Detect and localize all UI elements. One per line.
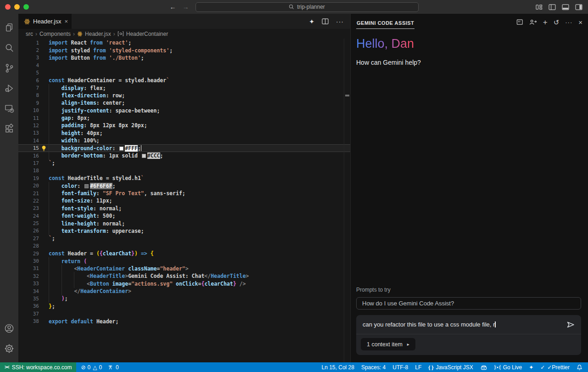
code-line[interactable]: 14 width: 100%; xyxy=(18,137,350,144)
cursor-position[interactable]: Ln 15, Col 28 xyxy=(322,364,354,371)
customize-layout-icon[interactable] xyxy=(536,4,543,10)
line-number[interactable]: 1 xyxy=(18,40,39,46)
line-number[interactable]: 23 xyxy=(18,205,39,211)
code-line[interactable]: 17`; xyxy=(18,159,350,167)
zoom-window-button[interactable] xyxy=(23,4,29,10)
code-line[interactable]: 9 align-items: center; xyxy=(18,99,350,107)
line-number[interactable]: 6 xyxy=(18,78,39,84)
line-number[interactable]: 24 xyxy=(18,213,39,219)
new-chat-icon[interactable]: + xyxy=(543,18,548,26)
code-line[interactable]: 8 flex-direction: row; xyxy=(18,92,350,99)
minimize-window-button[interactable] xyxy=(14,4,20,10)
line-number[interactable]: 26 xyxy=(18,228,39,234)
line-number[interactable]: 18 xyxy=(18,168,39,174)
breadcrumb-src[interactable]: src xyxy=(26,31,33,37)
lightbulb-icon[interactable] xyxy=(41,145,47,152)
copilot-status[interactable] xyxy=(480,364,487,370)
line-number[interactable]: 19 xyxy=(18,175,39,181)
gemini-sparkle-icon[interactable]: ✦ xyxy=(309,18,314,25)
editor-more-actions-icon[interactable]: ··· xyxy=(336,18,344,25)
line-number[interactable]: 8 xyxy=(18,92,39,98)
split-editor-icon[interactable] xyxy=(322,18,329,24)
line-number[interactable]: 37 xyxy=(18,311,39,317)
code-line[interactable]: 7 display: flex; xyxy=(18,84,350,91)
code-line[interactable]: 12 padding: 8px 12px 8px 20px; xyxy=(18,122,350,129)
line-number[interactable]: 31 xyxy=(18,265,39,271)
encoding-indicator[interactable]: UTF-8 xyxy=(392,364,408,371)
line-number[interactable]: 30 xyxy=(18,258,39,264)
line-number[interactable]: 25 xyxy=(18,220,39,226)
editor-scrollbar[interactable] xyxy=(344,39,350,362)
code-line[interactable]: 20 color: #6F6F6F; xyxy=(18,182,350,189)
code-line[interactable]: 32 <HeaderTitle>Gemini Code Assist: Chat… xyxy=(18,272,350,280)
code-line[interactable]: 13 height: 40px; xyxy=(18,130,350,137)
code-line[interactable]: 21 font-family: "SF Pro Text", sans-seri… xyxy=(18,190,350,197)
code-line[interactable]: 16 border-bottom: 1px solid #CCC; xyxy=(18,152,350,159)
line-number[interactable]: 34 xyxy=(18,288,39,294)
code-line[interactable]: 28 xyxy=(18,242,350,250)
gemini-status-icon[interactable]: ✦ xyxy=(529,364,533,371)
remote-explorer-icon[interactable] xyxy=(0,98,18,118)
line-number[interactable]: 15 xyxy=(18,145,39,151)
line-number[interactable]: 13 xyxy=(18,130,39,136)
code-line[interactable]: 19const HeaderTitle = styled.h1` xyxy=(18,175,350,182)
code-line[interactable]: 33 <Button image="actions.svg" onClick={… xyxy=(18,280,350,287)
explorer-icon[interactable] xyxy=(0,17,18,38)
back-icon[interactable]: ← xyxy=(170,4,176,10)
line-number[interactable]: 21 xyxy=(18,191,39,197)
line-number[interactable]: 36 xyxy=(18,303,39,309)
prettier-status[interactable]: ✓✓ Prettier xyxy=(540,364,570,371)
forward-icon[interactable]: → xyxy=(183,4,189,10)
settings-gear-icon[interactable] xyxy=(0,338,18,359)
toggle-secondary-sidebar-icon[interactable] xyxy=(575,4,582,10)
code-line[interactable]: 27`; xyxy=(18,235,350,242)
line-number[interactable]: 20 xyxy=(18,183,39,189)
line-number[interactable]: 22 xyxy=(18,198,39,204)
code-line[interactable]: 29const Header = ({clearChat}) => { xyxy=(18,250,350,257)
code-line[interactable]: 38export default Header; xyxy=(18,317,350,325)
code-line[interactable]: 25 line-height: normal; xyxy=(18,220,350,227)
line-number[interactable]: 17 xyxy=(18,160,39,166)
tab-close-icon[interactable]: × xyxy=(64,18,68,25)
code-line[interactable]: 26 text-transform: uppercase; xyxy=(18,227,350,235)
line-number[interactable]: 5 xyxy=(18,70,39,76)
line-number[interactable]: 29 xyxy=(18,251,39,257)
line-number[interactable]: 4 xyxy=(18,62,39,68)
problems-indicator[interactable]: ⊘0 △0 xyxy=(81,364,102,371)
code-line[interactable]: 10 justify-content: space-between; xyxy=(18,107,350,114)
notifications-bell[interactable] xyxy=(577,364,582,371)
code-line[interactable]: 30 return ( xyxy=(18,257,350,265)
code-line[interactable]: 11 gap: 8px; xyxy=(18,114,350,122)
breadcrumb-file[interactable]: Header.jsx xyxy=(85,31,111,37)
line-number[interactable]: 12 xyxy=(18,123,39,129)
code-line[interactable]: 18 xyxy=(18,167,350,175)
remote-indicator[interactable]: >< SSH: workspace.co.com xyxy=(0,362,76,372)
toggle-primary-sidebar-icon[interactable] xyxy=(549,4,556,10)
line-number[interactable]: 16 xyxy=(18,153,39,159)
panel-more-actions-icon[interactable]: ··· xyxy=(565,19,572,26)
code-line[interactable]: 3import Button from './Button'; xyxy=(18,54,350,62)
line-number[interactable]: 9 xyxy=(18,100,39,106)
history-icon[interactable]: ↺ xyxy=(554,19,560,26)
chat-input[interactable]: can you refactor this file to use a css … xyxy=(363,321,495,328)
code-editor[interactable]: 1import React from 'react';2import style… xyxy=(18,39,350,362)
line-number[interactable]: 35 xyxy=(18,296,39,302)
code-line[interactable]: 23 font-style: normal; xyxy=(18,205,350,212)
code-line[interactable]: 35 ); xyxy=(18,295,350,302)
code-line[interactable]: 22 font-size: 11px; xyxy=(18,197,350,204)
line-number[interactable]: 2 xyxy=(18,47,39,53)
code-line[interactable]: 15 background-color: #FFF; xyxy=(18,144,350,152)
close-window-button[interactable] xyxy=(5,4,11,10)
tab-header-jsx[interactable]: Header.jsx × xyxy=(18,14,72,29)
line-number[interactable]: 7 xyxy=(18,85,39,91)
source-control-icon[interactable] xyxy=(0,58,18,78)
extensions-icon[interactable] xyxy=(0,118,18,139)
run-and-debug-icon[interactable] xyxy=(0,78,18,98)
code-line[interactable]: 34 </HeaderContainer> xyxy=(18,287,350,295)
line-number[interactable]: 14 xyxy=(18,138,39,144)
code-line[interactable]: 2import styled from 'styled-components'; xyxy=(18,46,350,54)
code-line[interactable]: 1import React from 'react'; xyxy=(18,39,350,46)
line-number[interactable]: 33 xyxy=(18,281,39,287)
close-panel-icon[interactable]: × xyxy=(578,18,582,26)
share-profile-icon[interactable] xyxy=(529,19,537,25)
